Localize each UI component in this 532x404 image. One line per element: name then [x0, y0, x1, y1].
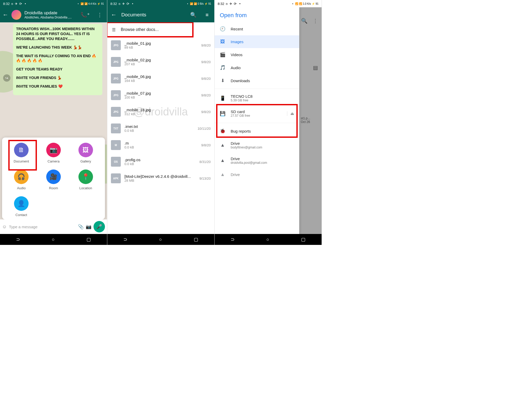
clock-icon: 🕘: [220, 26, 225, 32]
source-recent[interactable]: 🕘 Recent: [215, 22, 299, 35]
item-label: Audio: [231, 66, 241, 70]
file-row[interactable]: JPG_mobile_18.jpg312 kB9/8/20: [107, 103, 214, 120]
divider: [215, 89, 299, 89]
source-drive[interactable]: ▲ Drive bodyfitnex@gmail.com: [215, 138, 299, 153]
source-drive[interactable]: ▲ Drive: [215, 168, 299, 181]
file-row[interactable]: JPG_mobile_01.jpg89 kB9/8/20: [107, 37, 214, 54]
file-size: 0.0 kB: [124, 145, 198, 149]
more-icon[interactable]: ⋮: [95, 12, 104, 18]
file-name: .imei.txt: [124, 124, 194, 129]
file-size: 207 kB: [124, 62, 198, 66]
message-line: WE'RE LAUNCHING THIS WEEK 💃💃: [16, 45, 99, 50]
camera-icon[interactable]: 📷: [86, 224, 91, 230]
file-name: _mobile_02.jpg: [124, 58, 198, 62]
message-line: GET YOUR TEAMS READY: [16, 67, 99, 72]
source-videos[interactable]: 🎬 Videos: [215, 48, 299, 61]
documents-list[interactable]: ☰ Browse other docs... JPG_mobile_01.jpg…: [107, 22, 214, 234]
file-size: 28 MB: [124, 179, 196, 183]
drawer-title: Open from: [215, 7, 299, 22]
attach-label: Audio: [17, 186, 25, 190]
nav-bar: ⊃ ○ ▢: [107, 234, 214, 245]
file-type-badge: TXT: [111, 123, 121, 133]
status-dot: [291, 2, 294, 5]
nav-back-icon[interactable]: ⊃: [231, 237, 235, 242]
file-date: 9/8/20: [201, 43, 211, 47]
signal-icon: 📶: [295, 2, 298, 5]
source-audio[interactable]: 🎵 Audio: [215, 61, 299, 74]
nav-home-icon[interactable]: ○: [52, 237, 55, 242]
signal-icon: 📶: [81, 2, 84, 5]
attach-contact[interactable]: 👤 Contact: [5, 196, 37, 217]
call-add-icon[interactable]: 📞⁺: [78, 12, 92, 18]
chat-input-bar: ☺ Type a message 📎 📷 🎤: [0, 219, 107, 234]
attach-icon[interactable]: 📎: [78, 224, 84, 230]
file-name: .profig.os: [124, 158, 196, 162]
chat-subtitle: Abstitches, Abubarka Droidvilla ,...: [24, 16, 75, 19]
source-downloads[interactable]: ⬇ Downloads: [215, 74, 299, 87]
storage-free: 5.39 GB free: [231, 99, 294, 102]
nav-home-icon[interactable]: ○: [159, 237, 162, 242]
message-input[interactable]: Type a message: [9, 225, 76, 229]
source-drive[interactable]: ▲ Drive droidvilla.post@gmail.com: [215, 153, 299, 168]
charging-icon: ⚡: [312, 2, 315, 5]
nav-recents-icon[interactable]: ▢: [194, 237, 198, 242]
file-date: 9/8/20: [201, 110, 211, 114]
file-size: 89 kB: [124, 45, 198, 49]
attach-gallery[interactable]: 🖼 Gallery: [70, 143, 102, 163]
file-name: [Mod-Lite]Deezer v6.2.4.6 @droidvill...: [124, 174, 196, 179]
chat-title-area[interactable]: Droidvilla update Abstitches, Abubarka D…: [24, 10, 75, 19]
highlight-box: [216, 104, 298, 138]
sync-icon: ⟳: [234, 2, 237, 6]
nav-recents-icon[interactable]: ▢: [87, 237, 91, 242]
nav-home-icon[interactable]: ○: [267, 237, 269, 242]
attach-camera[interactable]: 📷 Camera: [37, 143, 70, 163]
attach-label: Camera: [48, 159, 59, 163]
file-name: _mobile_18.jpg: [124, 108, 198, 112]
file-row[interactable]: APK[Mod-Lite]Deezer v6.2.4.6 @droidvill.…: [107, 170, 214, 187]
incoming-message[interactable]: TRONATORS WISH...100K MEMBERS WITHIN 24 …: [13, 24, 102, 95]
status-bar: 8:32 ⌾ ✈ ⟳ 📶 📶 0 B/s ⚡ 91: [107, 0, 214, 7]
storage-internal[interactable]: 📱 TECNO LC8 5.39 GB free: [215, 90, 299, 106]
file-date: 8/31/20: [200, 160, 211, 164]
drive-label: Drive: [231, 141, 294, 146]
attach-label: Gallery: [80, 159, 91, 163]
item-label: Videos: [231, 53, 243, 57]
drive-icon: ▲: [220, 172, 225, 177]
emoji-icon[interactable]: ☺: [2, 224, 7, 230]
file-row[interactable]: M.m0.0 kB9/8/20: [107, 137, 214, 153]
charging-icon: ⚡: [97, 2, 100, 5]
item-label: Images: [231, 40, 243, 44]
file-row[interactable]: OS.profig.os0.0 kB8/31/20: [107, 153, 214, 170]
mic-button[interactable]: 🎤: [94, 221, 105, 232]
file-row[interactable]: TXT.imei.txt0.0 kB10/11/20: [107, 120, 214, 137]
back-icon[interactable]: ←: [111, 11, 117, 18]
file-row[interactable]: JPG_mobile_07.jpg100 kB9/8/20: [107, 87, 214, 103]
search-icon[interactable]: 🔍: [188, 12, 199, 18]
headphones-icon: 🎧: [14, 170, 29, 184]
group-avatar[interactable]: [11, 10, 21, 20]
attach-audio[interactable]: 🎧 Audio: [5, 170, 37, 190]
item-label: Recent: [231, 27, 243, 31]
scrim[interactable]: [299, 7, 322, 234]
attach-room[interactable]: 🎥 Room: [37, 170, 70, 190]
nav-back-icon[interactable]: ⊃: [123, 237, 127, 242]
chat-body: TRONATORS WISH...100K MEMBERS WITHIN 24 …: [0, 22, 107, 234]
source-images[interactable]: 🖼 Images: [215, 35, 299, 48]
signal-icon: 📶: [190, 2, 193, 5]
status-bar: 8:32 ⌾ ✈ ⟳ 📶 📶 4.4 K/s ⚡ 91: [0, 0, 107, 7]
highlight-box: [8, 140, 37, 171]
file-type-badge: JPG: [111, 40, 121, 50]
nav-recents-icon[interactable]: ▢: [301, 237, 305, 242]
screen-whatsapp-chat: 8:32 ⌾ ✈ ⟳ 📶 📶 4.4 K/s ⚡ 91 ← Droidvilla…: [0, 0, 107, 245]
signal-icon: 📶: [84, 2, 88, 5]
item-label: Downloads: [231, 79, 250, 83]
forward-icon[interactable]: ↪: [3, 74, 10, 82]
file-row[interactable]: JPG_mobile_02.jpg207 kB9/8/20: [107, 54, 214, 70]
net-speed: 1.0 K/s: [303, 2, 311, 5]
sort-icon[interactable]: ≡: [203, 12, 211, 18]
back-icon[interactable]: ←: [3, 11, 8, 18]
attach-location[interactable]: 📍 Location: [70, 170, 102, 190]
file-type-badge: JPG: [111, 57, 121, 67]
file-row[interactable]: JPG_mobile_06.jpg164 kB9/8/20: [107, 70, 214, 87]
nav-back-icon[interactable]: ⊃: [16, 237, 20, 242]
